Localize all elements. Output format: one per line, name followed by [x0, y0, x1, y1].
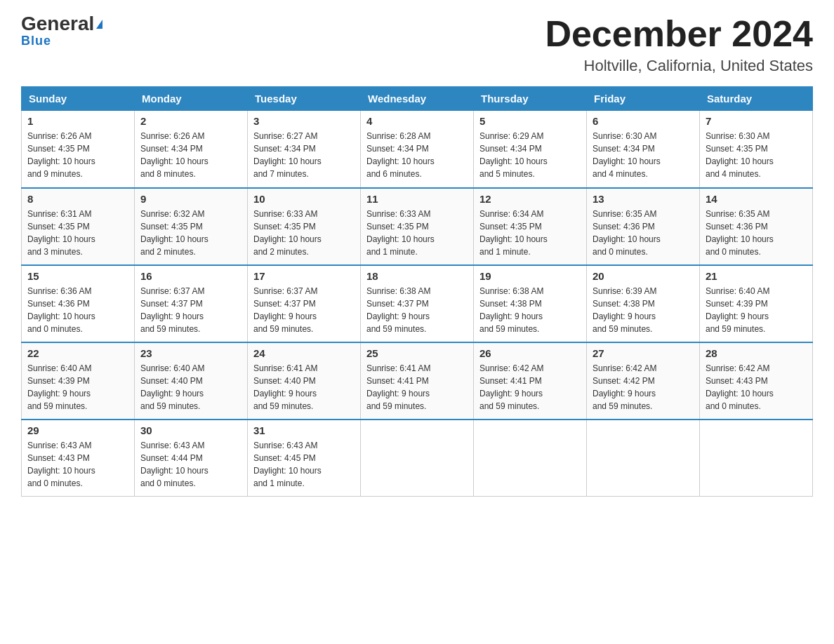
- day-number: 17: [253, 270, 355, 282]
- day-info: Sunrise: 6:40 AM Sunset: 4:40 PM Dayligh…: [140, 362, 241, 412]
- page-header: General Blue December 2024 Holtville, Ca…: [21, 14, 813, 75]
- header-monday: Monday: [135, 87, 248, 111]
- day-number: 10: [253, 193, 355, 205]
- calendar-week-row: 8Sunrise: 6:31 AM Sunset: 4:35 PM Daylig…: [22, 188, 813, 265]
- calendar-table: Sunday Monday Tuesday Wednesday Thursday…: [21, 86, 813, 497]
- day-info: Sunrise: 6:42 AM Sunset: 4:41 PM Dayligh…: [479, 362, 581, 412]
- table-row: [587, 420, 700, 497]
- day-number: 2: [140, 115, 241, 127]
- table-row: 12Sunrise: 6:34 AM Sunset: 4:35 PM Dayli…: [474, 188, 587, 265]
- table-row: 29Sunrise: 6:43 AM Sunset: 4:43 PM Dayli…: [22, 420, 135, 497]
- day-info: Sunrise: 6:41 AM Sunset: 4:41 PM Dayligh…: [366, 362, 468, 412]
- header-thursday: Thursday: [474, 87, 587, 111]
- calendar-week-row: 22Sunrise: 6:40 AM Sunset: 4:39 PM Dayli…: [22, 342, 813, 420]
- logo-text: General: [21, 14, 102, 34]
- day-number: 27: [593, 347, 694, 359]
- day-info: Sunrise: 6:36 AM Sunset: 4:36 PM Dayligh…: [27, 285, 128, 335]
- day-number: 24: [253, 347, 355, 359]
- location-title: Holtville, California, United States: [545, 57, 813, 75]
- table-row: 11Sunrise: 6:33 AM Sunset: 4:35 PM Dayli…: [361, 188, 474, 265]
- table-row: 30Sunrise: 6:43 AM Sunset: 4:44 PM Dayli…: [135, 420, 248, 497]
- table-row: 1Sunrise: 6:26 AM Sunset: 4:35 PM Daylig…: [22, 111, 135, 188]
- table-row: 6Sunrise: 6:30 AM Sunset: 4:34 PM Daylig…: [587, 111, 700, 188]
- day-info: Sunrise: 6:37 AM Sunset: 4:37 PM Dayligh…: [140, 285, 241, 335]
- day-number: 3: [253, 115, 355, 127]
- calendar-week-row: 29Sunrise: 6:43 AM Sunset: 4:43 PM Dayli…: [22, 420, 813, 497]
- weekday-header-row: Sunday Monday Tuesday Wednesday Thursday…: [22, 87, 813, 111]
- day-number: 13: [593, 193, 694, 205]
- table-row: 27Sunrise: 6:42 AM Sunset: 4:42 PM Dayli…: [587, 342, 700, 420]
- table-row: 21Sunrise: 6:40 AM Sunset: 4:39 PM Dayli…: [700, 265, 813, 342]
- day-number: 21: [706, 270, 807, 282]
- day-number: 28: [706, 347, 807, 359]
- day-number: 1: [27, 115, 128, 127]
- header-sunday: Sunday: [22, 87, 135, 111]
- day-info: Sunrise: 6:30 AM Sunset: 4:34 PM Dayligh…: [593, 130, 694, 180]
- calendar-title-area: December 2024 Holtville, California, Uni…: [545, 14, 813, 75]
- table-row: 3Sunrise: 6:27 AM Sunset: 4:34 PM Daylig…: [248, 111, 361, 188]
- day-info: Sunrise: 6:33 AM Sunset: 4:35 PM Dayligh…: [253, 208, 355, 258]
- table-row: 9Sunrise: 6:32 AM Sunset: 4:35 PM Daylig…: [135, 188, 248, 265]
- day-number: 31: [253, 424, 355, 436]
- day-number: 23: [140, 347, 241, 359]
- calendar-week-row: 1Sunrise: 6:26 AM Sunset: 4:35 PM Daylig…: [22, 111, 813, 188]
- header-friday: Friday: [587, 87, 700, 111]
- day-info: Sunrise: 6:34 AM Sunset: 4:35 PM Dayligh…: [479, 208, 581, 258]
- table-row: 13Sunrise: 6:35 AM Sunset: 4:36 PM Dayli…: [587, 188, 700, 265]
- day-info: Sunrise: 6:28 AM Sunset: 4:34 PM Dayligh…: [366, 130, 468, 180]
- table-row: 17Sunrise: 6:37 AM Sunset: 4:37 PM Dayli…: [248, 265, 361, 342]
- table-row: 26Sunrise: 6:42 AM Sunset: 4:41 PM Dayli…: [474, 342, 587, 420]
- table-row: 8Sunrise: 6:31 AM Sunset: 4:35 PM Daylig…: [22, 188, 135, 265]
- day-number: 19: [479, 270, 581, 282]
- day-number: 25: [366, 347, 468, 359]
- day-number: 30: [140, 424, 241, 436]
- header-wednesday: Wednesday: [361, 87, 474, 111]
- day-info: Sunrise: 6:38 AM Sunset: 4:37 PM Dayligh…: [366, 285, 468, 335]
- month-title: December 2024: [545, 14, 813, 54]
- day-info: Sunrise: 6:33 AM Sunset: 4:35 PM Dayligh…: [366, 208, 468, 258]
- day-number: 8: [27, 193, 128, 205]
- day-number: 14: [706, 193, 807, 205]
- table-row: 4Sunrise: 6:28 AM Sunset: 4:34 PM Daylig…: [361, 111, 474, 188]
- logo-blue: Blue: [21, 34, 51, 48]
- table-row: 5Sunrise: 6:29 AM Sunset: 4:34 PM Daylig…: [474, 111, 587, 188]
- day-info: Sunrise: 6:30 AM Sunset: 4:35 PM Dayligh…: [706, 130, 807, 180]
- header-saturday: Saturday: [700, 87, 813, 111]
- table-row: 20Sunrise: 6:39 AM Sunset: 4:38 PM Dayli…: [587, 265, 700, 342]
- day-info: Sunrise: 6:39 AM Sunset: 4:38 PM Dayligh…: [593, 285, 694, 335]
- day-info: Sunrise: 6:31 AM Sunset: 4:35 PM Dayligh…: [27, 208, 128, 258]
- table-row: [700, 420, 813, 497]
- day-number: 20: [593, 270, 694, 282]
- table-row: 15Sunrise: 6:36 AM Sunset: 4:36 PM Dayli…: [22, 265, 135, 342]
- table-row: 16Sunrise: 6:37 AM Sunset: 4:37 PM Dayli…: [135, 265, 248, 342]
- table-row: 19Sunrise: 6:38 AM Sunset: 4:38 PM Dayli…: [474, 265, 587, 342]
- day-info: Sunrise: 6:41 AM Sunset: 4:40 PM Dayligh…: [253, 362, 355, 412]
- table-row: 7Sunrise: 6:30 AM Sunset: 4:35 PM Daylig…: [700, 111, 813, 188]
- table-row: [474, 420, 587, 497]
- table-row: [361, 420, 474, 497]
- day-number: 9: [140, 193, 241, 205]
- day-info: Sunrise: 6:35 AM Sunset: 4:36 PM Dayligh…: [593, 208, 694, 258]
- table-row: 2Sunrise: 6:26 AM Sunset: 4:34 PM Daylig…: [135, 111, 248, 188]
- day-info: Sunrise: 6:27 AM Sunset: 4:34 PM Dayligh…: [253, 130, 355, 180]
- table-row: 14Sunrise: 6:35 AM Sunset: 4:36 PM Dayli…: [700, 188, 813, 265]
- table-row: 10Sunrise: 6:33 AM Sunset: 4:35 PM Dayli…: [248, 188, 361, 265]
- day-number: 22: [27, 347, 128, 359]
- table-row: 23Sunrise: 6:40 AM Sunset: 4:40 PM Dayli…: [135, 342, 248, 420]
- table-row: 24Sunrise: 6:41 AM Sunset: 4:40 PM Dayli…: [248, 342, 361, 420]
- table-row: 25Sunrise: 6:41 AM Sunset: 4:41 PM Dayli…: [361, 342, 474, 420]
- day-info: Sunrise: 6:43 AM Sunset: 4:44 PM Dayligh…: [140, 439, 241, 490]
- day-info: Sunrise: 6:37 AM Sunset: 4:37 PM Dayligh…: [253, 285, 355, 335]
- day-info: Sunrise: 6:43 AM Sunset: 4:43 PM Dayligh…: [27, 439, 128, 490]
- table-row: 22Sunrise: 6:40 AM Sunset: 4:39 PM Dayli…: [22, 342, 135, 420]
- table-row: 18Sunrise: 6:38 AM Sunset: 4:37 PM Dayli…: [361, 265, 474, 342]
- day-number: 6: [593, 115, 694, 127]
- day-info: Sunrise: 6:29 AM Sunset: 4:34 PM Dayligh…: [479, 130, 581, 180]
- table-row: 28Sunrise: 6:42 AM Sunset: 4:43 PM Dayli…: [700, 342, 813, 420]
- header-tuesday: Tuesday: [248, 87, 361, 111]
- day-info: Sunrise: 6:42 AM Sunset: 4:42 PM Dayligh…: [593, 362, 694, 412]
- day-info: Sunrise: 6:32 AM Sunset: 4:35 PM Dayligh…: [140, 208, 241, 258]
- day-number: 29: [27, 424, 128, 436]
- day-number: 4: [366, 115, 468, 127]
- day-info: Sunrise: 6:38 AM Sunset: 4:38 PM Dayligh…: [479, 285, 581, 335]
